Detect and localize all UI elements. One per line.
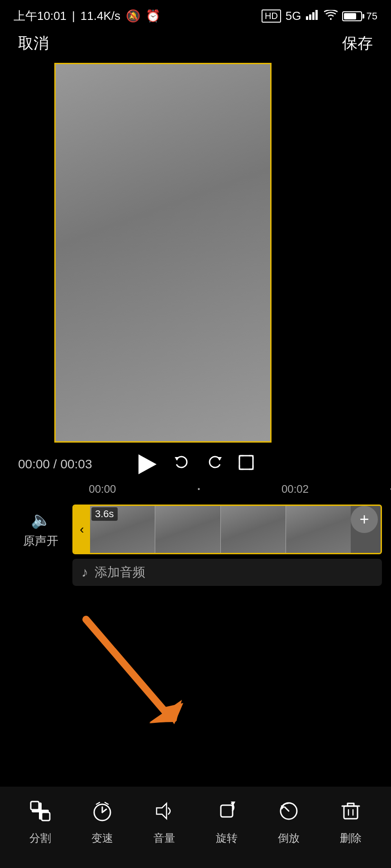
- status-separator: |: [72, 9, 75, 23]
- ruler-dot-1: •: [197, 485, 200, 493]
- battery-fill: [344, 13, 356, 19]
- fullscreen-button[interactable]: [232, 454, 261, 474]
- tool-delete[interactable]: 删除: [328, 801, 373, 845]
- track-frame-4: [286, 506, 351, 553]
- battery-icon: [342, 11, 362, 21]
- tool-reverse[interactable]: 倒放: [266, 801, 311, 845]
- track-clip[interactable]: ‹ +: [72, 505, 382, 554]
- status-speed: 11.4K/s: [81, 9, 120, 23]
- svg-rect-19: [344, 806, 358, 819]
- svg-marker-8: [149, 701, 181, 723]
- play-icon: [138, 454, 157, 474]
- svg-rect-0: [306, 16, 308, 20]
- svg-rect-12: [42, 812, 50, 821]
- split-label: 分割: [29, 831, 51, 845]
- svg-rect-6: [239, 456, 253, 469]
- battery-level: 75: [367, 10, 377, 22]
- speaker-icon: 🔈: [31, 510, 51, 529]
- status-bar: 上午10:01 | 11.4K/s 🔕 ⏰ HD 5G: [0, 0, 391, 28]
- tool-speed[interactable]: 变速: [80, 801, 125, 845]
- track-frame-2: [155, 506, 220, 553]
- split-icon: [30, 801, 51, 826]
- svg-line-7: [86, 619, 167, 714]
- alarm-icon: ⏰: [146, 9, 160, 23]
- reverse-icon: [278, 801, 299, 826]
- timeline-mark-2: 00:02: [281, 483, 309, 495]
- volume-label: 音量: [153, 831, 175, 845]
- play-button[interactable]: [130, 454, 165, 474]
- speed-icon: [92, 801, 113, 826]
- timeline-ruler: 00:00 • 00:02 •: [0, 483, 391, 495]
- video-track[interactable]: ‹ + 3.6s: [72, 505, 382, 554]
- volume-icon: [154, 801, 175, 826]
- add-audio-label: 添加音频: [95, 564, 145, 581]
- bottom-toolbar: 分割 变速 音量: [0, 787, 391, 868]
- status-right: HD 5G 75: [262, 9, 377, 23]
- tool-volume[interactable]: 音量: [142, 801, 187, 845]
- music-note-icon: ♪: [81, 565, 88, 580]
- reverse-label: 倒放: [278, 831, 300, 845]
- clip-duration-badge: 3.6s: [91, 507, 118, 521]
- wifi-icon: [324, 9, 338, 23]
- delete-label: 删除: [340, 831, 362, 845]
- playback-controls: 00:00 / 00:03: [0, 453, 391, 475]
- hd-badge: HD: [262, 9, 281, 23]
- track-label: 🔈 原声开: [9, 510, 72, 549]
- rotate-label: 旋转: [216, 831, 238, 845]
- time-display: 00:00 / 00:03: [18, 457, 92, 472]
- speed-label: 变速: [91, 831, 113, 845]
- cancel-button[interactable]: 取消: [18, 33, 49, 54]
- status-left: 上午10:01 | 11.4K/s 🔕 ⏰: [14, 8, 160, 24]
- svg-marker-4: [175, 457, 179, 461]
- svg-rect-1: [309, 14, 311, 20]
- svg-rect-11: [31, 802, 39, 810]
- tool-split[interactable]: 分割: [18, 801, 63, 845]
- timeline-mark-1: 00:00: [89, 483, 116, 495]
- status-time: 上午10:01: [14, 8, 67, 24]
- tool-rotate[interactable]: 旋转: [204, 801, 249, 845]
- svg-rect-3: [315, 10, 318, 20]
- save-button[interactable]: 保存: [342, 33, 373, 54]
- network-label: 5G: [286, 9, 301, 23]
- track-frames: [90, 506, 351, 553]
- svg-marker-14: [157, 803, 167, 819]
- top-bar: 取消 保存: [0, 28, 391, 63]
- mute-icon: 🔕: [126, 9, 140, 23]
- svg-rect-2: [312, 12, 315, 20]
- track-area: 🔈 原声开 ‹ + 3.6s: [0, 505, 391, 554]
- video-background: [56, 64, 270, 441]
- rotate-icon: [216, 801, 237, 826]
- redo-button[interactable]: [198, 453, 232, 475]
- add-audio-row[interactable]: ♪ 添加音频: [72, 559, 382, 586]
- undo-button[interactable]: [165, 453, 198, 475]
- track-frame-3: [221, 506, 286, 553]
- svg-marker-5: [217, 457, 222, 461]
- add-clip-button[interactable]: +: [351, 506, 378, 533]
- signal-icon: [306, 9, 319, 23]
- arrow-indicator: [59, 606, 195, 734]
- video-preview: [54, 63, 272, 443]
- audio-on-label: 原声开: [23, 533, 58, 549]
- delete-icon: [340, 801, 361, 826]
- svg-rect-15: [221, 805, 233, 817]
- track-left-handle[interactable]: ‹: [74, 506, 90, 553]
